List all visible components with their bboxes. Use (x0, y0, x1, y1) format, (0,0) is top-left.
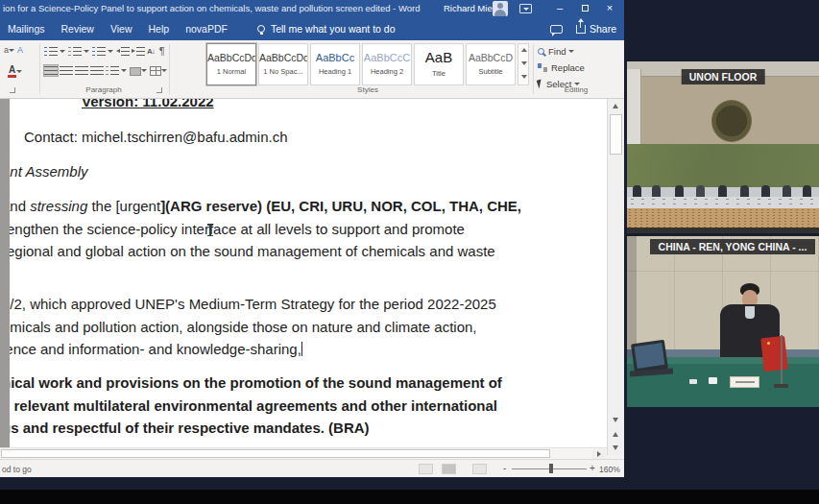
speaker-label-badge: CHINA - REN, YONG CHINA - ... (650, 239, 815, 254)
wood-desk-front (627, 208, 819, 228)
zoom-in-button[interactable]: + (590, 463, 595, 473)
doc-paragraph-3: nical work and provisions on the promoti… (10, 372, 502, 440)
laptop-screen (635, 343, 665, 369)
scroll-right-button[interactable] (592, 449, 606, 459)
close-button[interactable]: × (599, 0, 620, 17)
tab-help[interactable]: Help (149, 23, 170, 35)
clear-formatting-icon[interactable]: A (17, 45, 23, 55)
previous-page-button[interactable] (609, 428, 623, 441)
sort-icon[interactable]: A↓ (147, 47, 155, 56)
tell-me-box[interactable]: Tell me what you want to do (257, 23, 396, 35)
restore-icon (582, 5, 589, 12)
paragraph-group-row1: A↓ ¶ (44, 45, 165, 57)
share-button[interactable]: Share (590, 23, 616, 35)
doc-assembly-line: ent Assembly (10, 160, 87, 183)
scroll-down-button[interactable] (609, 414, 623, 426)
style-heading1[interactable]: AaBbCc Heading 1 (310, 43, 360, 85)
style-subtitle[interactable]: AaBbCcD Subtitle (466, 43, 516, 85)
paragraph-dialog-launcher-icon[interactable] (157, 87, 162, 93)
multilevel-list-icon[interactable] (92, 46, 106, 57)
increase-indent-icon[interactable] (132, 46, 145, 57)
zoom-slider-thumb[interactable] (549, 464, 553, 473)
tab-view[interactable]: View (110, 23, 132, 35)
restore-button[interactable] (574, 0, 595, 17)
doc-paragraph-1: and stressing the [urgent](ARG reserve) … (10, 195, 521, 263)
align-center-icon[interactable] (60, 65, 73, 76)
video-panel-speaker[interactable]: CHINA - REN, YONG CHINA - ... (627, 236, 819, 407)
cup (689, 379, 697, 384)
doc-paragraph-2: 5/2, which approved UNEP's Medium-Term S… (10, 293, 496, 361)
comments-icon[interactable] (550, 25, 563, 34)
flag-star-icon (767, 342, 770, 345)
un-emblem-icon (711, 100, 752, 142)
zoom-slider[interactable] (512, 468, 587, 469)
floor-side-screen (627, 69, 641, 146)
print-layout-button[interactable] (442, 464, 456, 474)
ribbon-tab-bar: Mailings Review View Help novaPDF Tell m… (0, 17, 624, 40)
scroll-up-button[interactable] (609, 100, 623, 112)
tab-novapdf[interactable]: novaPDF (185, 23, 228, 35)
gallery-up-icon[interactable] (521, 48, 527, 52)
vertical-scrollbar[interactable] (607, 99, 623, 455)
status-bar: od to go - + 160% (0, 459, 624, 477)
gallery-down-icon[interactable] (521, 61, 527, 65)
floor-label-badge: UNON FLOOR (682, 69, 765, 84)
bullets-icon[interactable] (44, 46, 58, 57)
font-color-icon[interactable]: A (8, 65, 16, 78)
window-title: ion for a Science-Policy Panel to suppor… (3, 3, 420, 13)
video-panel-floor[interactable]: UNON FLOOR (627, 61, 819, 233)
web-layout-button[interactable] (472, 464, 487, 474)
pilcrow-icon[interactable]: ¶ (159, 45, 165, 57)
line-spacing-icon[interactable] (106, 65, 119, 76)
font-group-row2: A (8, 65, 25, 78)
word-window: ion for a Science-Policy Panel to suppor… (0, 0, 624, 477)
gallery-more-icon[interactable] (521, 75, 527, 79)
horizontal-scroll-thumb[interactable] (1, 449, 550, 458)
vertical-scroll-thumb[interactable] (610, 114, 622, 155)
justify-icon[interactable] (90, 65, 104, 76)
align-left-icon[interactable] (44, 65, 58, 76)
share-icon (576, 25, 586, 34)
avatar-body-icon (494, 10, 506, 16)
zoom-out-button[interactable]: - (503, 463, 506, 473)
styles-gallery-scroll[interactable] (518, 43, 529, 85)
flag-pole (781, 335, 783, 386)
china-flag-icon (760, 336, 788, 372)
shading-icon[interactable] (130, 67, 141, 76)
document-page[interactable]: Version: 11.02.2022 Contact: michel.tsch… (10, 99, 607, 447)
ribbon: a A A A↓ ¶ (0, 40, 624, 99)
read-mode-button[interactable] (419, 464, 433, 474)
style-title[interactable]: AaB Title (414, 43, 464, 85)
doc-contact-line: Contact: michel.tschirren@bafu.admin.ch (24, 126, 288, 149)
horizontal-scrollbar[interactable] (0, 447, 607, 459)
decrease-indent-icon[interactable] (116, 46, 130, 57)
ribbon-display-options-icon[interactable] (519, 4, 532, 13)
font-group-row1: a A (4, 45, 23, 55)
floor-bottom-edge (627, 228, 819, 233)
mouse-ibeam-cursor (209, 224, 211, 236)
style-no-spacing[interactable]: AaBbCcDd 1 No Spac... (258, 43, 308, 85)
replace-icon (538, 63, 547, 72)
document-margin (0, 99, 10, 447)
paragraph-group-label: Paragraph (44, 85, 163, 94)
style-heading2[interactable]: AaBbCcC Heading 2 (362, 43, 412, 85)
flag-base (774, 384, 788, 388)
meeting-app-stage: ion for a Science-Policy Panel to suppor… (0, 0, 819, 504)
find-button[interactable]: Find (538, 45, 577, 58)
next-page-button[interactable] (609, 442, 623, 454)
borders-icon[interactable] (150, 66, 161, 76)
tab-mailings[interactable]: Mailings (8, 23, 45, 35)
delegates-desk (627, 197, 819, 208)
numbering-icon[interactable] (68, 46, 82, 57)
zoom-level[interactable]: 160% (599, 465, 620, 474)
doc-version-line: Version: 11.02.2022 (82, 99, 214, 113)
replace-button[interactable]: Replace (538, 61, 588, 74)
editing-group-label: Editing (536, 85, 616, 94)
lightbulb-icon (257, 25, 265, 33)
tab-review[interactable]: Review (61, 23, 94, 35)
style-normal[interactable]: AaBbCcDd 1 Normal (206, 43, 256, 85)
font-dialog-launcher-icon[interactable] (10, 87, 15, 93)
align-right-icon[interactable] (75, 65, 88, 76)
minimize-button[interactable]: – (549, 0, 570, 17)
avatar[interactable] (493, 1, 508, 16)
